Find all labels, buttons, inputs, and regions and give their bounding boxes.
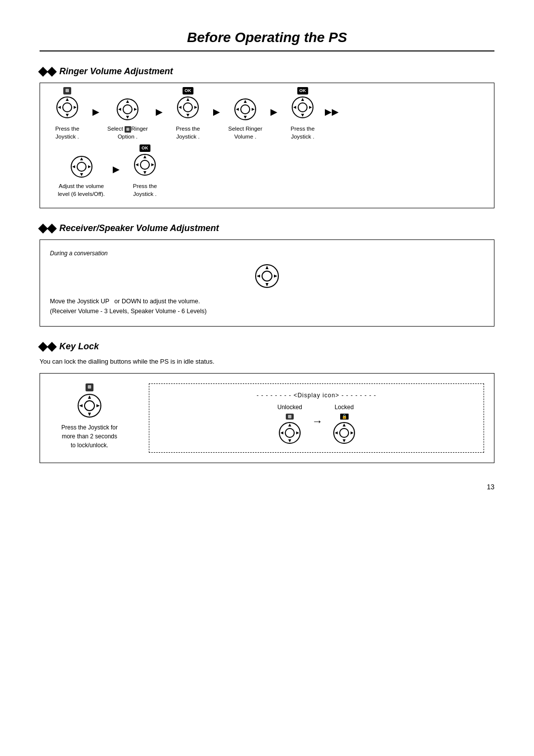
svg-marker-2 bbox=[66, 98, 69, 101]
diamond-left-3 bbox=[38, 342, 48, 352]
ringer-section-header: Ringer Volume Adjustment bbox=[40, 66, 494, 77]
unlocked-col: Unlocked ⊞ bbox=[277, 404, 302, 444]
svg-point-13 bbox=[183, 103, 192, 112]
svg-point-37 bbox=[140, 160, 149, 169]
keylock-description: You can lock the dialling buttons while … bbox=[40, 358, 494, 365]
keylock-joystick-svg bbox=[77, 393, 102, 418]
ok-badge-3: OK bbox=[182, 87, 193, 94]
keylock-content: ⊞ Press the Joystick for more than 2 sec… bbox=[50, 383, 484, 453]
ringer-step-5-group: OK Press the J bbox=[285, 93, 339, 141]
keylock-right: - - - - - - - - <Display icon> - - - - -… bbox=[149, 383, 484, 453]
svg-marker-27 bbox=[301, 114, 304, 117]
keylock-icon-group: ⊞ bbox=[77, 383, 102, 418]
grid-badge-1: ⊞ bbox=[63, 87, 71, 94]
diamond-icon-3 bbox=[40, 343, 55, 350]
ringer-step-7-icon: OK bbox=[134, 150, 156, 178]
svg-marker-39 bbox=[143, 171, 146, 174]
svg-marker-21 bbox=[244, 116, 247, 119]
locked-joystick-svg bbox=[333, 422, 356, 444]
ringer-step-2: Select ⊞RingerOption . bbox=[107, 93, 148, 141]
svg-marker-15 bbox=[186, 114, 189, 117]
arrow-1: ▶ bbox=[92, 106, 99, 117]
arrow-row2: ▶ bbox=[113, 164, 120, 175]
unlocked-joystick-svg bbox=[278, 422, 301, 444]
svg-marker-22 bbox=[236, 108, 239, 111]
svg-marker-23 bbox=[252, 108, 255, 111]
keylock-left-label: Press the Joystick for more than 2 secon… bbox=[61, 423, 118, 450]
locked-badge-row: 🔒 bbox=[340, 414, 349, 420]
joystick-svg-5 bbox=[291, 96, 314, 119]
svg-marker-28 bbox=[293, 106, 296, 109]
receiver-description: Move the Joystick UP or DOWN to adjust t… bbox=[50, 296, 484, 316]
ringer-step-1: ⊞ Press the Joystick . bbox=[50, 93, 85, 141]
ok-badge-5: OK bbox=[297, 87, 308, 94]
svg-marker-34 bbox=[72, 165, 75, 168]
unlock-lock-row: Unlocked ⊞ bbox=[157, 404, 476, 444]
receiver-note: During a conversation bbox=[50, 250, 484, 257]
page-number: 13 bbox=[40, 483, 494, 491]
diamond-right-2 bbox=[47, 224, 57, 234]
svg-point-7 bbox=[123, 105, 132, 114]
svg-marker-26 bbox=[301, 98, 304, 101]
diamond-right bbox=[47, 67, 57, 77]
svg-marker-8 bbox=[126, 100, 129, 103]
arrow-4: ▶ bbox=[270, 106, 277, 117]
svg-marker-52 bbox=[79, 404, 83, 407]
svg-marker-50 bbox=[88, 395, 91, 399]
ringer-step-6: Adjust the volumelevel (6 levels/Off). bbox=[58, 150, 105, 198]
unlocked-icon-group: ⊞ bbox=[278, 414, 301, 444]
ringer-flow-row1: ⊞ Press the Joystick . ▶ bbox=[50, 93, 484, 141]
svg-marker-64 bbox=[335, 431, 338, 434]
svg-marker-56 bbox=[288, 424, 291, 426]
svg-point-19 bbox=[241, 105, 250, 114]
svg-point-31 bbox=[77, 162, 86, 171]
ringer-step-4-icon bbox=[234, 93, 257, 121]
svg-marker-16 bbox=[178, 106, 181, 109]
receiver-joystick-svg bbox=[255, 264, 279, 288]
ringer-step-7: OK Press the Joystick . bbox=[128, 150, 162, 198]
arrow-3: ▶ bbox=[213, 106, 220, 117]
svg-point-55 bbox=[285, 428, 294, 437]
ringer-heading: Ringer Volume Adjustment bbox=[59, 66, 173, 77]
ringer-step-7-label: Press the Joystick . bbox=[133, 182, 157, 198]
ringer-step-4: Select RingerVolume . bbox=[228, 93, 263, 141]
receiver-section-header: Receiver/Speaker Volume Adjustment bbox=[40, 223, 494, 234]
joystick-svg-6 bbox=[70, 155, 93, 178]
locked-col: Locked 🔒 bbox=[333, 404, 356, 444]
ringer-step-5-label: Press the Joystick . bbox=[291, 125, 315, 141]
joystick-svg-1 bbox=[56, 96, 79, 119]
svg-marker-38 bbox=[143, 155, 146, 158]
ok-badge-7: OK bbox=[139, 144, 150, 152]
receiver-heading: Receiver/Speaker Volume Adjustment bbox=[59, 223, 219, 234]
joystick-svg-2 bbox=[116, 98, 139, 121]
svg-marker-57 bbox=[288, 439, 291, 442]
ringer-step-3-label: Press the Joystick . bbox=[176, 125, 200, 141]
double-arrow-1: ▶▶ bbox=[325, 106, 339, 117]
ringer-step-6-label: Adjust the volumelevel (6 levels/Off). bbox=[58, 182, 105, 198]
svg-marker-59 bbox=[296, 431, 299, 434]
svg-point-61 bbox=[340, 428, 349, 437]
joystick-svg-3 bbox=[177, 96, 199, 119]
svg-marker-65 bbox=[351, 431, 354, 434]
ringer-step-3: OK Press the Joystick . bbox=[171, 93, 205, 141]
svg-marker-20 bbox=[244, 100, 247, 103]
ringer-step-2-icon bbox=[116, 93, 139, 121]
svg-marker-11 bbox=[134, 108, 137, 111]
keylock-section-header: Key Lock bbox=[40, 341, 494, 352]
svg-point-49 bbox=[85, 401, 94, 411]
keylock-grid-badge: ⊞ bbox=[86, 383, 93, 391]
ringer-step-6-icon bbox=[70, 150, 93, 178]
svg-marker-53 bbox=[96, 404, 100, 407]
svg-marker-9 bbox=[126, 116, 129, 119]
svg-marker-45 bbox=[266, 283, 268, 286]
svg-point-25 bbox=[298, 103, 307, 112]
svg-marker-47 bbox=[274, 275, 277, 278]
arrow-2: ▶ bbox=[156, 106, 163, 117]
ringer-flow-row2: Adjust the volumelevel (6 levels/Off). ▶… bbox=[50, 150, 484, 198]
page-title: Before Operating the PS bbox=[40, 30, 494, 51]
svg-marker-58 bbox=[280, 431, 283, 434]
svg-marker-41 bbox=[151, 163, 154, 166]
svg-marker-17 bbox=[194, 106, 197, 109]
svg-marker-35 bbox=[88, 165, 91, 168]
ringer-box: ⊞ Press the Joystick . ▶ bbox=[40, 83, 494, 208]
